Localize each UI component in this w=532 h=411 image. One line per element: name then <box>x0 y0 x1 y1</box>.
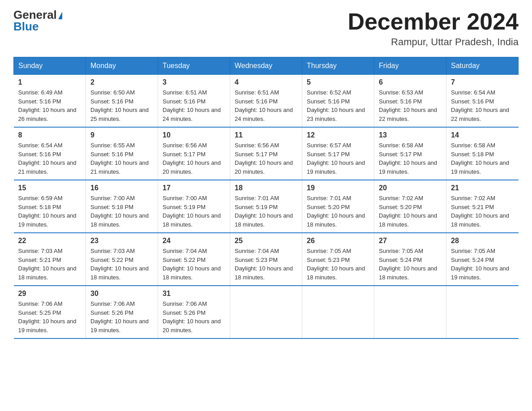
day-number: 9 <box>90 131 153 139</box>
sunset-label: Sunset: 5:19 PM <box>235 204 278 210</box>
sunrise-label: Sunrise: 7:01 AM <box>307 195 351 201</box>
sunset-label: Sunset: 5:16 PM <box>307 98 350 105</box>
sunset-label: Sunset: 5:18 PM <box>18 204 61 210</box>
table-row: 7 Sunrise: 6:54 AM Sunset: 5:16 PM Dayli… <box>446 75 519 128</box>
table-row: 16 Sunrise: 7:00 AM Sunset: 5:18 PM Dayl… <box>86 180 158 233</box>
table-row: 14 Sunrise: 6:58 AM Sunset: 5:18 PM Dayl… <box>446 127 519 180</box>
sunset-label: Sunset: 5:20 PM <box>379 204 422 210</box>
sunset-label: Sunset: 5:16 PM <box>18 98 61 105</box>
daylight-label: Daylight: 10 hours and 18 minutes. <box>90 212 149 228</box>
calendar-week-row: 22 Sunrise: 7:03 AM Sunset: 5:21 PM Dayl… <box>14 233 519 286</box>
day-info: Sunrise: 7:06 AM Sunset: 5:25 PM Dayligh… <box>18 300 82 334</box>
sunrise-label: Sunrise: 7:00 AM <box>90 195 135 201</box>
table-row <box>374 286 446 338</box>
daylight-label: Daylight: 10 hours and 18 minutes. <box>163 265 221 281</box>
sunrise-label: Sunrise: 6:54 AM <box>18 142 63 149</box>
day-info: Sunrise: 6:50 AM Sunset: 5:16 PM Dayligh… <box>90 88 153 123</box>
day-info: Sunrise: 6:53 AM Sunset: 5:16 PM Dayligh… <box>379 88 442 123</box>
day-number: 8 <box>18 131 82 139</box>
sunset-label: Sunset: 5:25 PM <box>18 309 61 316</box>
table-row: 4 Sunrise: 6:51 AM Sunset: 5:16 PM Dayli… <box>230 75 302 128</box>
sunrise-label: Sunrise: 6:51 AM <box>235 89 279 96</box>
sunset-label: Sunset: 5:16 PM <box>451 98 494 105</box>
day-number: 3 <box>163 78 225 86</box>
sunrise-label: Sunrise: 7:04 AM <box>163 248 207 254</box>
table-row: 31 Sunrise: 7:06 AM Sunset: 5:26 PM Dayl… <box>158 286 230 338</box>
daylight-label: Daylight: 10 hours and 18 minutes. <box>451 212 509 228</box>
day-number: 2 <box>90 78 153 86</box>
day-number: 11 <box>235 131 297 139</box>
sunset-label: Sunset: 5:16 PM <box>163 98 206 105</box>
daylight-label: Daylight: 10 hours and 18 minutes. <box>90 265 149 281</box>
daylight-label: Daylight: 10 hours and 18 minutes. <box>379 265 437 281</box>
table-row: 28 Sunrise: 7:05 AM Sunset: 5:24 PM Dayl… <box>446 233 519 286</box>
sunset-label: Sunset: 5:17 PM <box>379 151 422 158</box>
day-number: 20 <box>379 184 442 192</box>
col-thursday: Thursday <box>302 57 374 75</box>
daylight-label: Daylight: 10 hours and 18 minutes. <box>379 212 437 228</box>
table-row: 9 Sunrise: 6:55 AM Sunset: 5:16 PM Dayli… <box>86 127 158 180</box>
col-sunday: Sunday <box>14 57 86 75</box>
sunset-label: Sunset: 5:16 PM <box>235 98 278 105</box>
sunset-label: Sunset: 5:21 PM <box>18 257 61 263</box>
sunrise-label: Sunrise: 6:59 AM <box>18 195 63 201</box>
day-number: 25 <box>235 237 297 245</box>
sunrise-label: Sunrise: 7:05 AM <box>307 248 351 254</box>
day-number: 28 <box>451 237 514 245</box>
day-number: 13 <box>379 131 442 139</box>
table-row: 20 Sunrise: 7:02 AM Sunset: 5:20 PM Dayl… <box>374 180 446 233</box>
sunrise-label: Sunrise: 7:02 AM <box>379 195 423 201</box>
table-row: 19 Sunrise: 7:01 AM Sunset: 5:20 PM Dayl… <box>302 180 374 233</box>
daylight-label: Daylight: 10 hours and 19 minutes. <box>451 265 509 281</box>
table-row: 5 Sunrise: 6:52 AM Sunset: 5:16 PM Dayli… <box>302 75 374 128</box>
day-number: 27 <box>379 237 442 245</box>
sunset-label: Sunset: 5:17 PM <box>307 151 350 158</box>
sunrise-label: Sunrise: 6:56 AM <box>235 142 279 149</box>
logo-triangle-icon <box>58 12 62 19</box>
day-info: Sunrise: 6:56 AM Sunset: 5:17 PM Dayligh… <box>235 141 297 176</box>
table-row: 24 Sunrise: 7:04 AM Sunset: 5:22 PM Dayl… <box>158 233 230 286</box>
col-friday: Friday <box>374 57 446 75</box>
sunset-label: Sunset: 5:21 PM <box>451 204 494 210</box>
sunrise-label: Sunrise: 6:49 AM <box>18 89 63 96</box>
sunrise-label: Sunrise: 7:06 AM <box>163 300 207 307</box>
col-monday: Monday <box>86 57 158 75</box>
table-row: 11 Sunrise: 6:56 AM Sunset: 5:17 PM Dayl… <box>230 127 302 180</box>
day-number: 24 <box>163 237 225 245</box>
day-info: Sunrise: 7:04 AM Sunset: 5:22 PM Dayligh… <box>163 247 225 282</box>
calendar-table: Sunday Monday Tuesday Wednesday Thursday… <box>13 57 519 339</box>
title-section: December 2024 Rampur, Uttar Pradesh, Ind… <box>348 9 519 48</box>
day-number: 12 <box>307 131 369 139</box>
calendar-week-row: 15 Sunrise: 6:59 AM Sunset: 5:18 PM Dayl… <box>14 180 519 233</box>
sunrise-label: Sunrise: 7:03 AM <box>90 248 135 254</box>
daylight-label: Daylight: 10 hours and 19 minutes. <box>307 159 365 175</box>
table-row: 8 Sunrise: 6:54 AM Sunset: 5:16 PM Dayli… <box>14 127 86 180</box>
table-row: 13 Sunrise: 6:58 AM Sunset: 5:17 PM Dayl… <box>374 127 446 180</box>
sunset-label: Sunset: 5:22 PM <box>163 257 206 263</box>
sunset-label: Sunset: 5:24 PM <box>379 257 422 263</box>
sunrise-label: Sunrise: 7:04 AM <box>235 248 279 254</box>
day-info: Sunrise: 7:01 AM Sunset: 5:19 PM Dayligh… <box>235 194 297 229</box>
sunset-label: Sunset: 5:19 PM <box>163 204 206 210</box>
day-info: Sunrise: 7:05 AM Sunset: 5:24 PM Dayligh… <box>451 247 514 282</box>
daylight-label: Daylight: 10 hours and 18 minutes. <box>235 265 293 281</box>
sunrise-label: Sunrise: 7:05 AM <box>451 248 495 254</box>
table-row: 23 Sunrise: 7:03 AM Sunset: 5:22 PM Dayl… <box>86 233 158 286</box>
daylight-label: Daylight: 10 hours and 18 minutes. <box>235 212 293 228</box>
sunset-label: Sunset: 5:16 PM <box>379 98 422 105</box>
day-number: 16 <box>90 184 153 192</box>
day-number: 17 <box>163 184 225 192</box>
sunrise-label: Sunrise: 7:01 AM <box>235 195 279 201</box>
sunrise-label: Sunrise: 7:00 AM <box>163 195 207 201</box>
day-number: 18 <box>235 184 297 192</box>
day-info: Sunrise: 6:51 AM Sunset: 5:16 PM Dayligh… <box>163 88 225 123</box>
day-info: Sunrise: 6:59 AM Sunset: 5:18 PM Dayligh… <box>18 194 82 229</box>
day-number: 22 <box>18 237 82 245</box>
day-number: 1 <box>18 78 82 86</box>
col-wednesday: Wednesday <box>230 57 302 75</box>
sunset-label: Sunset: 5:16 PM <box>18 151 61 158</box>
day-info: Sunrise: 6:58 AM Sunset: 5:18 PM Dayligh… <box>451 141 514 176</box>
daylight-label: Daylight: 10 hours and 18 minutes. <box>307 265 365 281</box>
sunset-label: Sunset: 5:16 PM <box>90 151 133 158</box>
day-number: 30 <box>90 290 153 298</box>
